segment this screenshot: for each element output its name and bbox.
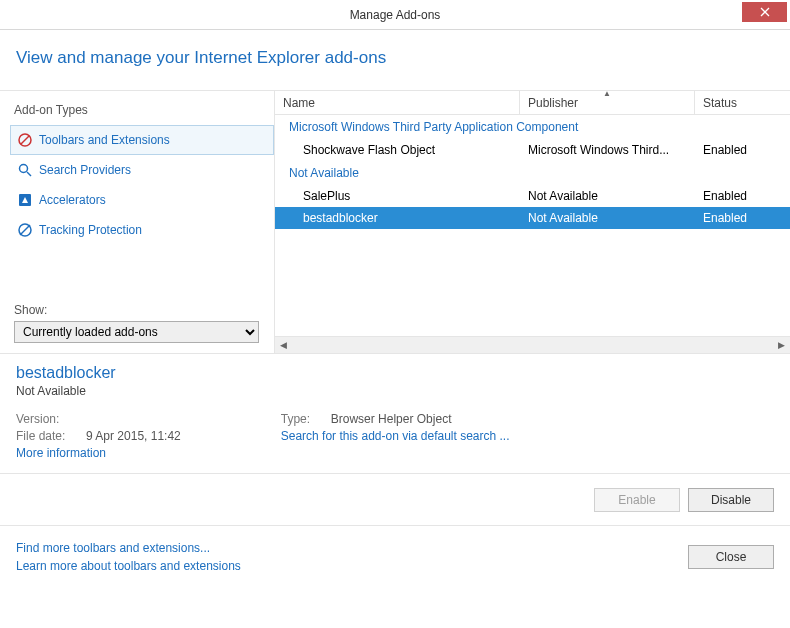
more-information-link[interactable]: More information [16, 446, 181, 460]
column-name[interactable]: Name [275, 91, 520, 114]
header-banner: View and manage your Internet Explorer a… [0, 30, 790, 91]
sidebar-item-search[interactable]: Search Providers [10, 155, 274, 185]
details-panel: bestadblocker Not Available Version: Fil… [0, 353, 790, 473]
group-header[interactable]: Not Available [275, 161, 790, 185]
close-window-button[interactable] [742, 2, 787, 22]
filedate-label: File date: [16, 429, 86, 443]
svg-point-2 [20, 165, 28, 173]
type-label: Type: [281, 412, 331, 426]
column-publisher[interactable]: Publisher ▲ [520, 91, 695, 114]
search-addon-link[interactable]: Search for this add-on via default searc… [281, 429, 510, 443]
main-area: Add-on Types Toolbars and Extensions Sea… [0, 91, 790, 353]
sort-up-icon: ▲ [603, 89, 611, 98]
list-item[interactable]: SalePlus Not Available Enabled [275, 185, 790, 207]
search-icon [17, 162, 33, 178]
window-title: Manage Add-ons [0, 8, 790, 22]
close-button[interactable]: Close [688, 545, 774, 569]
accelerator-icon [17, 192, 33, 208]
sidebar-item-toolbars[interactable]: Toolbars and Extensions [10, 125, 274, 155]
action-bar: Enable Disable [0, 473, 790, 525]
addon-list: Name Publisher ▲ Status Microsoft Window… [275, 91, 790, 353]
titlebar: Manage Add-ons [0, 0, 790, 30]
horizontal-scrollbar[interactable]: ◀ ▶ [275, 336, 790, 353]
list-item[interactable]: bestadblocker Not Available Enabled [275, 207, 790, 229]
tracking-protection-icon [17, 222, 33, 238]
scroll-left-icon[interactable]: ◀ [275, 337, 292, 354]
type-value: Browser Helper Object [331, 412, 452, 426]
sidebar-title: Add-on Types [10, 99, 274, 125]
details-right-col: Type:Browser Helper Object Search for th… [281, 412, 510, 460]
details-left-col: Version: File date:9 Apr 2015, 11:42 Mor… [16, 412, 181, 460]
details-publisher: Not Available [16, 384, 774, 398]
list-body: Microsoft Windows Third Party Applicatio… [275, 115, 790, 336]
show-label: Show: [10, 299, 274, 319]
close-icon [760, 7, 770, 17]
sidebar-item-accelerators[interactable]: Accelerators [10, 185, 274, 215]
details-name: bestadblocker [16, 364, 774, 382]
find-more-link[interactable]: Find more toolbars and extensions... [16, 541, 241, 555]
sidebar-item-label: Tracking Protection [39, 223, 142, 237]
enable-button[interactable]: Enable [594, 488, 680, 512]
sidebar-item-label: Toolbars and Extensions [39, 133, 170, 147]
column-status[interactable]: Status [695, 91, 790, 114]
sidebar-item-label: Search Providers [39, 163, 131, 177]
version-label: Version: [16, 412, 86, 426]
toolbars-icon [17, 132, 33, 148]
svg-line-3 [27, 172, 31, 176]
sidebar: Add-on Types Toolbars and Extensions Sea… [0, 91, 275, 353]
page-heading: View and manage your Internet Explorer a… [16, 48, 774, 68]
list-item[interactable]: Shockwave Flash Object Microsoft Windows… [275, 139, 790, 161]
scroll-right-icon[interactable]: ▶ [773, 337, 790, 354]
group-header[interactable]: Microsoft Windows Third Party Applicatio… [275, 115, 790, 139]
filedate-value: 9 Apr 2015, 11:42 [86, 429, 181, 443]
svg-line-6 [20, 225, 30, 235]
footer: Find more toolbars and extensions... Lea… [0, 525, 790, 587]
sidebar-item-label: Accelerators [39, 193, 106, 207]
list-header: Name Publisher ▲ Status [275, 91, 790, 115]
sidebar-item-tracking[interactable]: Tracking Protection [10, 215, 274, 245]
disable-button[interactable]: Disable [688, 488, 774, 512]
svg-line-1 [21, 136, 29, 144]
show-dropdown[interactable]: Currently loaded add-ons [14, 321, 259, 343]
learn-more-link[interactable]: Learn more about toolbars and extensions [16, 559, 241, 573]
